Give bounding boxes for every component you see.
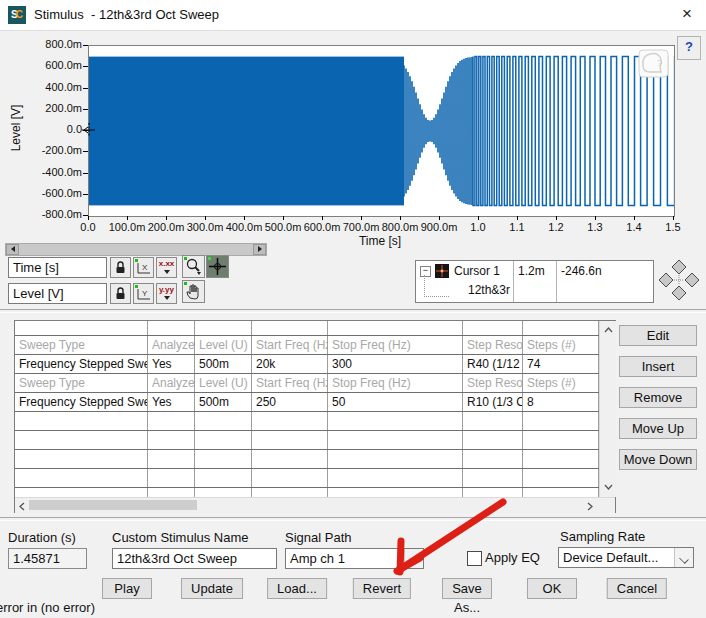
y-tick-label: -600.0m: [18, 187, 82, 199]
table-cell: Yes: [148, 393, 195, 411]
y-format-button[interactable]: y.yy: [156, 283, 177, 304]
scroll-left-icon[interactable]: [6, 244, 19, 255]
close-icon[interactable]: ×: [668, 0, 706, 30]
tool-dot-icon: [184, 282, 187, 285]
sampling-rate-label: Sampling Rate: [560, 529, 645, 544]
scroll-left-icon[interactable]: [19, 502, 25, 511]
pan-tool-button[interactable]: [182, 280, 205, 303]
table-remove-button[interactable]: Remove: [619, 387, 697, 408]
svg-text:Y: Y: [142, 289, 148, 298]
table-cell: [328, 431, 463, 449]
help-button[interactable]: ?: [677, 36, 701, 60]
table-horizontal-scrollbar[interactable]: [15, 497, 615, 513]
table-edit-button[interactable]: Edit: [619, 325, 697, 346]
table-cell: [252, 450, 328, 468]
y-scale-lock-button[interactable]: [110, 283, 131, 304]
move-up-diamond: [672, 260, 686, 274]
x-scale-name-input[interactable]: Time [s]: [8, 257, 107, 278]
cancel-button[interactable]: Cancel: [607, 578, 667, 599]
table-cell: R10 (1/3 C: [463, 393, 523, 411]
x-tick-mark: [283, 216, 284, 220]
y-tick-mark: [83, 151, 88, 152]
cursor-mover-diamond-control[interactable]: [655, 256, 703, 304]
table-insert-button[interactable]: Insert: [619, 356, 697, 377]
x-autoscale-button[interactable]: X: [133, 257, 154, 278]
x-tick-mark: [361, 216, 362, 220]
play-button[interactable]: Play: [102, 578, 152, 599]
saveas-button[interactable]: Save As...: [442, 578, 492, 599]
zoom-tool-button[interactable]: [182, 255, 205, 278]
plot-area[interactable]: ?: [88, 45, 675, 217]
dropdown-caret[interactable]: [674, 548, 693, 567]
table-cell: Analyze: [148, 374, 195, 392]
legend-divider: [513, 261, 514, 302]
table-cell: Start Freq (Hz): [252, 336, 328, 354]
lock-icon: [111, 284, 130, 303]
table-cell: [15, 488, 148, 497]
table-cell: [252, 321, 328, 335]
dropdown-caret[interactable]: [404, 549, 423, 568]
table-cell: [252, 488, 328, 497]
revert-button[interactable]: Revert: [353, 578, 411, 599]
listen-head-watermark-icon: ?: [638, 49, 670, 79]
table-cell: Stop Freq (Hz): [328, 374, 463, 392]
load-button[interactable]: Load...: [267, 578, 327, 599]
table-cell: [148, 488, 195, 497]
table-cell: 300: [328, 355, 463, 373]
y-tick-mark: [83, 88, 88, 89]
y-tick-label: 0.0: [18, 123, 82, 135]
y-tick-mark: [83, 194, 88, 195]
table-row[interactable]: Frequency Stepped SweepYes500m20k300R40 …: [15, 355, 599, 374]
scroll-up-icon[interactable]: [604, 327, 613, 333]
x-format-button[interactable]: x.xx: [156, 257, 177, 278]
table-cell: [523, 412, 599, 430]
legend-divider: [556, 261, 557, 302]
move-down-diamond: [672, 286, 686, 300]
y-tick-label: -400.0m: [18, 166, 82, 178]
table-cell: Start Freq (Hz): [252, 374, 328, 392]
update-button[interactable]: Update: [181, 578, 243, 599]
signal-path-select[interactable]: Amp ch 1: [285, 548, 424, 569]
x-tick-mark: [478, 216, 479, 220]
table-cell: 20k: [252, 355, 328, 373]
x-tick-mark: [634, 216, 635, 220]
table-cell: Frequency Stepped Sweep: [15, 355, 148, 373]
stimulus-dialog: SC Stimulus - 12th&3rd Oct Sweep × ? Lev…: [0, 0, 706, 618]
cursor-legend[interactable]: − Cursor 1 1.2m -246.6n 12th&3r: [415, 260, 654, 303]
table-cell: [523, 488, 599, 497]
scroll-right-icon[interactable]: [253, 244, 266, 255]
scroll-right-icon[interactable]: [587, 502, 593, 511]
table-move-up-button[interactable]: Move Up: [619, 418, 697, 439]
table-row[interactable]: Frequency Stepped SweepYes500m25050R10 (…: [15, 393, 599, 412]
table-cell: 74: [523, 355, 599, 373]
y-scale-name-input[interactable]: Level [V]: [8, 283, 107, 304]
x-scale-lock-button[interactable]: [110, 257, 131, 278]
table-cell: [463, 431, 523, 449]
table-vertical-scrollbar[interactable]: [599, 321, 616, 497]
table-cell: [15, 412, 148, 430]
x-format-label: x.xx: [157, 258, 176, 270]
apply-eq-checkbox[interactable]: [467, 551, 482, 566]
ok-button[interactable]: OK: [527, 578, 577, 599]
stimulus-name-input[interactable]: 12th&3rd Oct Sweep: [112, 548, 277, 569]
duration-label: Duration (s): [8, 530, 76, 545]
cursor-tool-button[interactable]: [206, 255, 229, 278]
separator: [0, 517, 706, 521]
x-tick-mark: [439, 216, 440, 220]
y-autoscale-button[interactable]: Y: [133, 283, 154, 304]
tool-dot-icon: [184, 257, 187, 260]
x-tick-mark: [400, 216, 401, 220]
tree-connector: [424, 275, 449, 297]
sampling-rate-select[interactable]: Device Default...: [558, 547, 694, 568]
table-move-down-button[interactable]: Move Down: [619, 449, 697, 470]
x-tick-mark: [127, 216, 128, 220]
y-tick-mark: [83, 66, 88, 67]
x-tick-mark: [166, 216, 167, 220]
scroll-down-icon[interactable]: [604, 484, 613, 490]
move-left-diamond: [659, 273, 673, 287]
table-cell: [463, 488, 523, 497]
table-cell: Sweep Type: [15, 374, 148, 392]
scrollbar-thumb[interactable]: [29, 500, 197, 510]
lock-icon: [111, 258, 130, 277]
x-tick-mark: [556, 216, 557, 220]
